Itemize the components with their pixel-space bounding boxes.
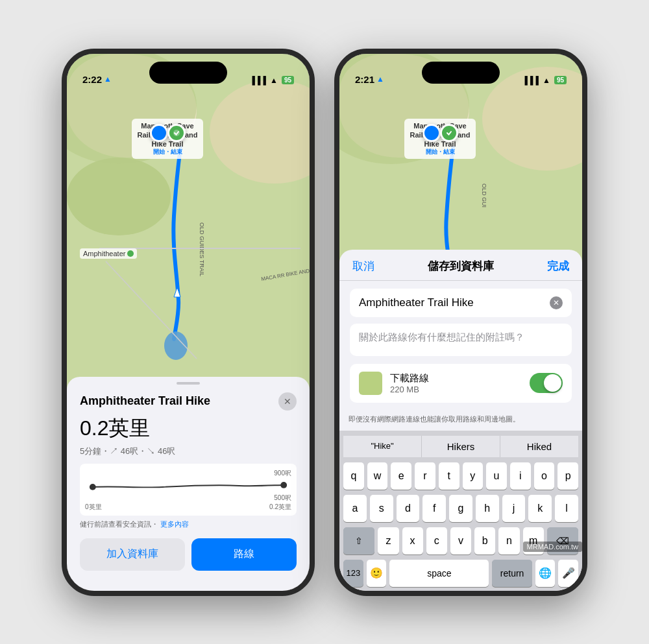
key-x[interactable]: x [402, 527, 423, 555]
cancel-button-2[interactable]: 取消 [352, 259, 374, 274]
key-l[interactable]: l [555, 495, 578, 522]
return-key[interactable]: return [492, 560, 532, 587]
amphitheater-dot-1 [127, 250, 134, 257]
keyboard[interactable]: "Hike" Hikers Hiked q w e r t y u i o p [339, 431, 582, 591]
battery-1: 95 [282, 76, 294, 84]
svg-point-1 [210, 80, 310, 184]
key-t[interactable]: t [439, 462, 459, 490]
key-g[interactable]: g [449, 495, 472, 522]
close-button-1[interactable]: ✕ [278, 392, 297, 411]
save-header: 取消 儲存到資料庫 完成 [339, 250, 582, 281]
key-i[interactable]: i [510, 462, 531, 490]
elev-high-label: 900呎 [274, 469, 291, 478]
notes-input[interactable]: 關於此路線你有什麼想記住的附註嗎？ [350, 324, 572, 356]
key-n[interactable]: n [498, 527, 519, 555]
map-pin-green-1 [167, 124, 186, 142]
trail-name-input[interactable]: Amphitheater Trail Hike [359, 296, 474, 309]
status-icons-2: ▐▐▐ ▲ 95 [522, 76, 567, 85]
route-button[interactable]: 路線 [191, 538, 297, 571]
key-u[interactable]: u [486, 462, 507, 490]
elev-low-label: 500呎 [274, 494, 291, 503]
save-body: Amphitheater Trail Hike ✕ 關於此路線你有什麼想記住的附… [339, 281, 582, 414]
bottom-panel-1: Amphitheater Trail Hike ✕ 0.2英里 5分鐘・↗ 46… [67, 377, 310, 591]
map-pin-blue-2 [422, 124, 441, 142]
keyboard-bottom-row: 123 🙂 space return 🌐 🎤 [343, 560, 578, 587]
key-f[interactable]: f [422, 495, 446, 522]
key-w[interactable]: w [367, 462, 388, 490]
key-e[interactable]: e [391, 462, 411, 490]
svg-text:OLD GUIDES TRAIL: OLD GUIDES TRAIL [199, 222, 205, 276]
panel-title-row-1: Amphitheater Trail Hike ✕ [80, 392, 297, 411]
distance-text-1: 0.2英里 [80, 414, 297, 443]
map-pin-green-2 [440, 124, 458, 142]
trail-path-svg-1: OLD GUIDES TRAIL MACA RR BIKE AND H [67, 54, 310, 398]
svg-text:OLD GUI: OLD GUI [481, 184, 487, 208]
green-pin-icon-2 [445, 128, 454, 137]
dist-start-label: 0英里 [85, 503, 102, 512]
map-background-1: OLD GUIDES TRAIL MACA RR BIKE AND H Mamm… [67, 54, 310, 398]
key-s[interactable]: s [370, 495, 393, 522]
trail-label-1: Mammoth Cave Railroad Bike and Hike Trai… [132, 119, 203, 160]
suggestion-hiked[interactable]: Hiked [500, 436, 578, 457]
watermark: MRMAD.com.tw [523, 542, 582, 552]
phone-1: 2:22 ▲ ▐▐▐ ▲ 95 OLD [62, 49, 315, 596]
keyboard-row-2: a s d f g h j k l [343, 495, 578, 522]
download-toggle[interactable] [530, 373, 563, 393]
download-row: 下載路線 220 MB [350, 364, 572, 403]
download-info: 下載路線 220 MB [390, 372, 522, 394]
amphitheater-text-1: Amphitheater [83, 250, 125, 257]
mic-key[interactable]: 🎤 [558, 560, 578, 587]
download-size: 220 MB [390, 385, 522, 394]
emoji-key[interactable]: 🙂 [367, 560, 387, 587]
green-pin-icon-1 [172, 128, 181, 137]
detail-text-1: 5分鐘・↗ 46呎・↘ 46呎 [80, 446, 297, 457]
suggestion-hike[interactable]: "Hike" [343, 436, 422, 457]
amphitheater-label-1: Amphitheater [80, 248, 137, 259]
globe-key[interactable]: 🌐 [535, 560, 556, 587]
key-k[interactable]: k [528, 495, 552, 522]
map-area-1[interactable]: OLD GUIDES TRAIL MACA RR BIKE AND H Mamm… [67, 54, 310, 398]
key-j[interactable]: j [502, 495, 526, 522]
dynamic-island-1 [149, 62, 227, 84]
action-buttons-1: 加入資料庫 路線 [80, 538, 297, 571]
suggestion-hikers[interactable]: Hikers [422, 436, 500, 457]
num-key[interactable]: 123 [343, 560, 363, 587]
elevation-line-1 [86, 469, 290, 498]
space-key[interactable]: space [389, 560, 489, 587]
add-to-library-button[interactable]: 加入資料庫 [80, 538, 185, 571]
key-o[interactable]: o [534, 462, 555, 490]
key-b[interactable]: b [474, 527, 495, 555]
key-z[interactable]: z [378, 527, 398, 555]
svg-line-7 [106, 261, 197, 359]
safety-text-1: 健行前請查看安全資訊・ 更多內容 [80, 519, 297, 529]
done-button[interactable]: 完成 [547, 259, 569, 274]
start-end-label-1: 開始・結束 [136, 149, 199, 156]
download-title: 下載路線 [390, 372, 522, 385]
location-arrow-2: ▲ [376, 75, 384, 84]
clear-input-button[interactable]: ✕ [550, 296, 563, 309]
key-d[interactable]: d [397, 495, 420, 522]
status-icons-1: ▐▐▐ ▲ 95 [249, 76, 294, 85]
phone2-content: 2:21 ▲ ▐▐▐ ▲ 95 OLD GUI Mammoth Cav [339, 54, 582, 591]
map-pin-blue-1 [150, 124, 168, 142]
key-a[interactable]: a [343, 495, 367, 522]
key-p[interactable]: p [557, 462, 578, 490]
panel-handle-1 [177, 382, 200, 385]
key-r[interactable]: r [415, 462, 435, 490]
key-c[interactable]: c [426, 527, 447, 555]
safety-link-1[interactable]: 更多內容 [160, 520, 189, 528]
name-input-row[interactable]: Amphitheater Trail Hike ✕ [350, 289, 572, 317]
status-time-1: 2:22 ▲ [82, 74, 112, 85]
shift-key[interactable]: ⇧ [343, 527, 374, 555]
signal-icon-2: ▐▐▐ [522, 76, 539, 85]
dist-end-label: 0.2英里 [269, 503, 291, 512]
key-h[interactable]: h [476, 495, 499, 522]
keyboard-row-1: q w e r t y u i o p [343, 462, 578, 490]
phone-2: 2:21 ▲ ▐▐▐ ▲ 95 OLD GUI Mammoth Cav [334, 49, 587, 596]
elevation-chart-1: 900呎 500呎 0英里 0.2英里 [80, 464, 297, 516]
key-q[interactable]: q [343, 462, 364, 490]
location-arrow-1: ▲ [104, 75, 112, 84]
wifi-icon-2: ▲ [543, 76, 550, 85]
key-v[interactable]: v [450, 527, 471, 555]
key-y[interactable]: y [463, 462, 484, 490]
